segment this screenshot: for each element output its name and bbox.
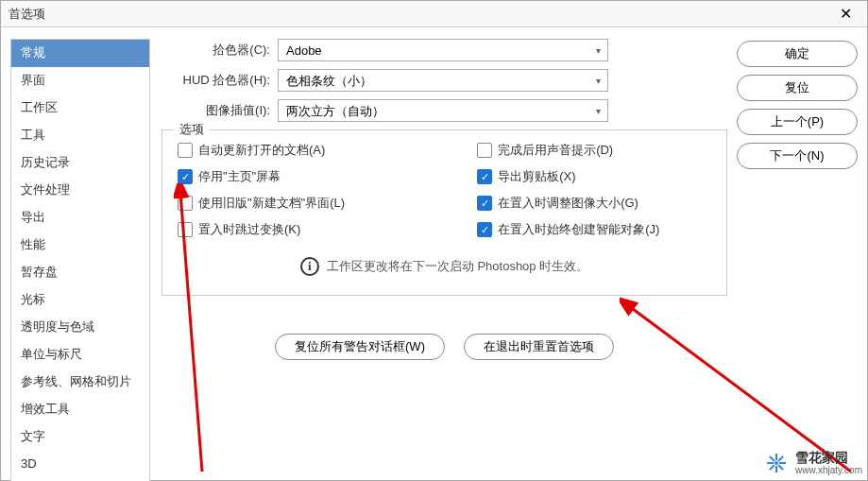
checkbox-icon [477, 222, 492, 237]
snowflake-icon [765, 452, 788, 474]
button-row: 复位所有警告对话框(W) 在退出时重置首选项 [162, 334, 727, 360]
checkbox-label: 自动更新打开的文档(A) [198, 142, 325, 159]
sidebar-item-scratch-disks[interactable]: 暂存盘 [11, 259, 149, 286]
checkbox-smart-object[interactable]: 在置入时始终创建智能对象(J) [477, 221, 659, 238]
sidebar-item-3d[interactable]: 3D [11, 451, 149, 478]
checkbox-icon [178, 143, 193, 158]
interp-label: 图像插值(I): [162, 102, 270, 119]
picker-select[interactable]: Adobe [278, 39, 608, 61]
checkbox-legacy-new-doc[interactable]: 使用旧版"新建文档"界面(L) [178, 195, 345, 212]
sidebar-item-type[interactable]: 文字 [11, 423, 149, 451]
checkbox-icon [477, 143, 492, 158]
next-button[interactable]: 下一个(N) [737, 143, 858, 169]
options-group: 选项 自动更新打开的文档(A) 停用"主页"屏幕 使用旧 [162, 129, 727, 296]
picker-select-wrap: Adobe ▾ [278, 39, 608, 61]
ok-button[interactable]: 确定 [737, 41, 858, 67]
watermark-text: 雪花家园 www.xhjaty.com [795, 451, 862, 475]
checkbox-resize-on-place[interactable]: 在置入时调整图像大小(G) [477, 195, 659, 212]
prev-button[interactable]: 上一个(P) [737, 109, 858, 135]
picker-label: 拾色器(C): [162, 42, 270, 59]
checkbox-icon [178, 169, 193, 184]
sidebar-item-interface[interactable]: 界面 [11, 67, 149, 94]
checkbox-icon [477, 196, 492, 211]
info-row: i 工作区更改将在下一次启动 Photoshop 时生效。 [178, 257, 711, 276]
checkbox-icon [477, 169, 492, 184]
checkbox-export-clipboard[interactable]: 导出剪贴板(X) [477, 168, 659, 185]
sidebar-item-guides-grid[interactable]: 参考线、网格和切片 [11, 369, 149, 396]
sidebar-item-transparency[interactable]: 透明度与色域 [11, 314, 149, 341]
checkbox-auto-update[interactable]: 自动更新打开的文档(A) [178, 142, 345, 159]
checkbox-label: 完成后用声音提示(D) [498, 142, 613, 159]
checkbox-label: 停用"主页"屏幕 [198, 168, 281, 185]
svg-point-7 [774, 461, 778, 465]
picker-row: 拾色器(C): Adobe ▾ [162, 39, 727, 61]
hud-row: HUD 拾色器(H): 色相条纹（小） ▾ [162, 69, 727, 92]
checkbox-disable-home[interactable]: 停用"主页"屏幕 [178, 168, 345, 185]
checkbox-label: 置入时跳过变换(K) [198, 221, 300, 238]
checkbox-label: 导出剪贴板(X) [498, 168, 575, 185]
checkbox-grid: 自动更新打开的文档(A) 停用"主页"屏幕 使用旧版"新建文档"界面(L) [178, 142, 711, 238]
titlebar: 首选项 ✕ [1, 1, 867, 27]
reset-button[interactable]: 复位 [737, 75, 858, 101]
sidebar-item-cursors[interactable]: 光标 [11, 286, 149, 314]
interp-row: 图像插值(I): 两次立方（自动） ▾ [162, 99, 727, 122]
checkbox-label: 在置入时调整图像大小(G) [498, 195, 638, 212]
checkbox-beep[interactable]: 完成后用声音提示(D) [477, 142, 659, 159]
hud-label: HUD 拾色器(H): [162, 72, 270, 89]
sidebar-item-workspace[interactable]: 工作区 [11, 94, 149, 122]
options-legend: 选项 [174, 121, 210, 138]
window-title: 首选项 [9, 6, 45, 23]
sidebar-item-tools[interactable]: 工具 [11, 122, 149, 149]
checkbox-skip-transform[interactable]: 置入时跳过变换(K) [178, 221, 345, 238]
info-icon: i [300, 257, 319, 276]
preferences-window: 首选项 ✕ 常规 界面 工作区 工具 历史记录 文件处理 导出 性能 暂存盘 光… [0, 0, 868, 481]
sidebar-item-history[interactable]: 历史记录 [11, 149, 149, 177]
checkbox-label: 使用旧版"新建文档"界面(L) [198, 195, 345, 212]
main-panel: 拾色器(C): Adobe ▾ HUD 拾色器(H): 色相条纹（小） ▾ 图像… [162, 39, 737, 481]
interp-select-wrap: 两次立方（自动） ▾ [278, 99, 608, 122]
reset-on-quit-button[interactable]: 在退出时重置首选项 [464, 334, 614, 360]
sidebar-item-general[interactable]: 常规 [11, 40, 149, 67]
checkbox-icon [178, 222, 193, 237]
info-text: 工作区更改将在下一次启动 Photoshop 时生效。 [327, 258, 588, 275]
sidebar-item-units-rulers[interactable]: 单位与标尺 [11, 341, 149, 369]
sidebar: 常规 界面 工作区 工具 历史记录 文件处理 导出 性能 暂存盘 光标 透明度与… [10, 39, 150, 481]
watermark: 雪花家园 www.xhjaty.com [765, 451, 862, 475]
checkbox-col-right: 完成后用声音提示(D) 导出剪贴板(X) 在置入时调整图像大小(G) [477, 142, 659, 238]
interp-select[interactable]: 两次立方（自动） [278, 99, 608, 122]
checkbox-label: 在置入时始终创建智能对象(J) [498, 221, 659, 238]
sidebar-item-performance[interactable]: 性能 [11, 232, 149, 259]
close-icon: ✕ [840, 6, 852, 22]
close-button[interactable]: ✕ [832, 5, 859, 23]
sidebar-item-export[interactable]: 导出 [11, 204, 149, 232]
hud-select[interactable]: 色相条纹（小） [278, 69, 608, 92]
sidebar-item-file-handling[interactable]: 文件处理 [11, 177, 149, 204]
sidebar-item-plugins[interactable]: 增效工具 [11, 396, 149, 423]
reset-warnings-button[interactable]: 复位所有警告对话框(W) [275, 334, 445, 360]
hud-select-wrap: 色相条纹（小） ▾ [278, 69, 608, 92]
checkbox-icon [178, 196, 193, 211]
content: 常规 界面 工作区 工具 历史记录 文件处理 导出 性能 暂存盘 光标 透明度与… [1, 27, 867, 481]
right-button-col: 确定 复位 上一个(P) 下一个(N) [737, 39, 858, 481]
checkbox-col-left: 自动更新打开的文档(A) 停用"主页"屏幕 使用旧版"新建文档"界面(L) [178, 142, 345, 238]
